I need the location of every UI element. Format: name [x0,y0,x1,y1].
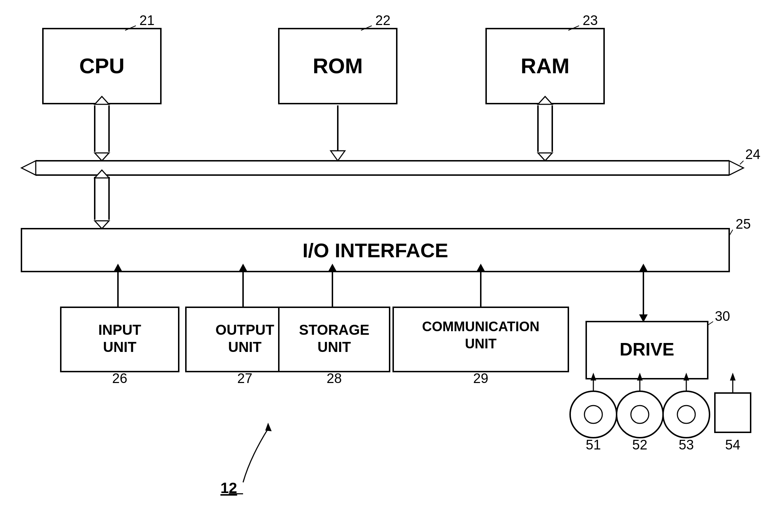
svg-text:I/O INTERFACE: I/O INTERFACE [302,239,448,262]
svg-marker-19 [95,153,109,161]
svg-text:STORAGE: STORAGE [299,322,369,338]
svg-text:DRIVE: DRIVE [620,339,674,359]
svg-text:22: 22 [375,13,390,28]
svg-text:UNIT: UNIT [103,339,136,355]
svg-text:COMMUNICATION: COMMUNICATION [422,319,540,334]
svg-text:26: 26 [112,371,127,386]
svg-point-74 [584,406,602,423]
svg-text:53: 53 [679,437,694,452]
svg-text:23: 23 [583,13,598,28]
svg-point-76 [631,406,649,423]
svg-marker-94 [265,423,272,431]
svg-marker-22 [331,151,345,161]
svg-text:UNIT: UNIT [317,339,351,355]
svg-marker-36 [95,221,109,229]
svg-line-32 [740,161,743,164]
svg-text:INPUT: INPUT [98,322,141,338]
svg-rect-79 [715,393,751,432]
svg-text:ROM: ROM [313,54,363,78]
svg-text:24: 24 [745,147,760,162]
svg-marker-26 [538,153,552,161]
svg-point-78 [677,406,695,423]
svg-text:54: 54 [725,437,740,452]
svg-marker-29 [21,161,36,175]
svg-text:21: 21 [139,13,154,28]
svg-text:29: 29 [473,371,488,386]
svg-text:OUTPUT: OUTPUT [216,322,274,338]
svg-marker-87 [730,373,736,381]
svg-text:UNIT: UNIT [228,339,261,355]
svg-text:25: 25 [736,217,751,232]
svg-text:30: 30 [715,309,730,324]
svg-line-72 [708,322,713,325]
svg-text:51: 51 [586,437,601,452]
diagram: 21 22 23 CPU ROM RAM [0,0,766,532]
svg-text:27: 27 [237,371,252,386]
svg-text:CPU: CPU [79,54,125,78]
svg-text:28: 28 [327,371,342,386]
svg-text:RAM: RAM [521,54,570,78]
svg-text:52: 52 [632,437,647,452]
svg-text:UNIT: UNIT [465,336,497,351]
